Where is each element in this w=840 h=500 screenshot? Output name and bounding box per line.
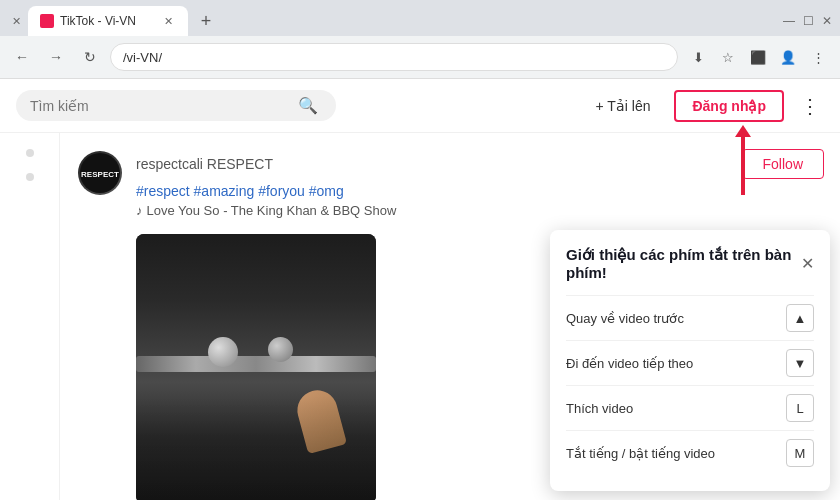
refresh-button[interactable]: ↻ xyxy=(76,43,104,71)
shortcut-row-0: Quay về video trước ▲ xyxy=(566,295,814,340)
shortcuts-list: Quay về video trước ▲ Đi đến video tiếp … xyxy=(566,295,814,475)
arrow-annotation xyxy=(741,135,745,195)
video-overlay xyxy=(136,234,376,500)
shortcut-key-1: ▼ xyxy=(786,349,814,377)
more-menu-button[interactable]: ⋮ xyxy=(796,90,824,122)
tab-title: TikTok - Vi-VN xyxy=(60,14,154,28)
browser-chrome: ✕ TikTok - Vi-VN ✕ + — ☐ ✕ ← → ↻ ⬇ ☆ ⬛ 👤… xyxy=(0,0,840,79)
active-tab[interactable]: TikTok - Vi-VN ✕ xyxy=(28,6,188,36)
close-window-button[interactable]: ✕ xyxy=(822,14,832,28)
back-button[interactable]: ← xyxy=(8,43,36,71)
tab-close-button[interactable]: ✕ xyxy=(8,13,24,29)
svg-text:RESPECT: RESPECT xyxy=(81,170,119,179)
search-box[interactable]: 🔍 xyxy=(16,90,336,121)
tab-favicon xyxy=(40,14,54,28)
follow-button[interactable]: Follow xyxy=(742,149,824,179)
shortcut-label-0: Quay về video trước xyxy=(566,311,684,326)
main-content: RESPECT respectcali RESPECT Follow # xyxy=(0,133,840,500)
shortcut-label-1: Đi đến video tiếp theo xyxy=(566,356,693,371)
shortcut-row-1: Đi đến video tiếp theo ▼ xyxy=(566,340,814,385)
search-icon[interactable]: 🔍 xyxy=(298,96,318,115)
extensions-icon[interactable]: ⬛ xyxy=(744,43,772,71)
music-icon: ♪ xyxy=(136,203,143,218)
sidebar-dot-1 xyxy=(26,149,34,157)
shortcut-row-3: Tắt tiếng / bật tiếng video M xyxy=(566,430,814,475)
new-tab-button[interactable]: + xyxy=(192,7,220,35)
menu-icon[interactable]: ⋮ xyxy=(804,43,832,71)
username[interactable]: respectcali RESPECT xyxy=(136,156,273,172)
video-thumbnail[interactable] xyxy=(136,234,376,500)
sidebar-left xyxy=(0,133,60,500)
avatar-inner: RESPECT xyxy=(78,151,122,195)
avatar[interactable]: RESPECT xyxy=(76,149,124,197)
hashtags[interactable]: #respect #amazing #foryou #omg xyxy=(136,183,824,199)
shortcut-key-3: M xyxy=(786,439,814,467)
minimize-button[interactable]: — xyxy=(783,14,795,28)
upload-label: + Tải lên xyxy=(595,98,650,114)
restore-button[interactable]: ☐ xyxy=(803,14,814,28)
tiktok-header: 🔍 + Tải lên Đăng nhập ⋮ xyxy=(0,79,840,133)
post-info: respectcali RESPECT Follow #respect #ama… xyxy=(136,149,824,218)
song-info: ♪ Love You So - The King Khan & BBQ Show xyxy=(136,203,824,218)
avatar-image: RESPECT xyxy=(80,153,120,193)
upload-button[interactable]: + Tải lên xyxy=(583,92,662,120)
shortcut-row-2: Thích video L xyxy=(566,385,814,430)
forward-button[interactable]: → xyxy=(42,43,70,71)
address-bar: ← → ↻ ⬇ ☆ ⬛ 👤 ⋮ xyxy=(0,36,840,78)
url-input[interactable] xyxy=(110,43,678,71)
tab-x-button[interactable]: ✕ xyxy=(160,13,176,29)
username-container: respectcali RESPECT xyxy=(136,155,273,173)
post-header: respectcali RESPECT Follow xyxy=(136,149,824,179)
shortcut-label-2: Thích video xyxy=(566,401,633,416)
video-post: RESPECT respectcali RESPECT Follow # xyxy=(60,133,840,234)
shortcuts-popup: Giới thiệu các phím tắt trên bàn phím! ✕… xyxy=(550,230,830,491)
bookmark-icon[interactable]: ☆ xyxy=(714,43,742,71)
browser-actions: ⬇ ☆ ⬛ 👤 ⋮ xyxy=(684,43,832,71)
shortcut-key-0: ▲ xyxy=(786,304,814,332)
shortcut-label-3: Tắt tiếng / bật tiếng video xyxy=(566,446,715,461)
popup-title: Giới thiệu các phím tắt trên bàn phím! xyxy=(566,246,801,281)
download-icon[interactable]: ⬇ xyxy=(684,43,712,71)
tab-bar: ✕ TikTok - Vi-VN ✕ + — ☐ ✕ xyxy=(0,0,840,36)
popup-header: Giới thiệu các phím tắt trên bàn phím! ✕ xyxy=(566,246,814,281)
shortcut-key-2: L xyxy=(786,394,814,422)
login-button[interactable]: Đăng nhập xyxy=(674,90,784,122)
search-input[interactable] xyxy=(30,98,290,114)
popup-close-button[interactable]: ✕ xyxy=(801,254,814,273)
sidebar-dot-2 xyxy=(26,173,34,181)
profile-icon[interactable]: 👤 xyxy=(774,43,802,71)
